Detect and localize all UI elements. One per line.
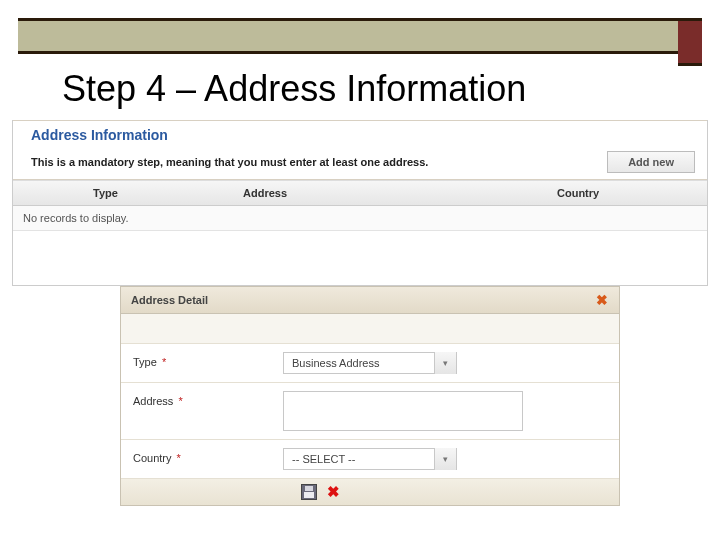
label-address: Address * [133,391,283,407]
chevron-down-icon[interactable]: ▾ [434,352,456,374]
country-select-value: -- SELECT -- [284,453,434,465]
col-country: Country [487,187,707,199]
detail-header: Address Detail ✖ [121,287,619,314]
label-address-text: Address [133,395,173,407]
slide-title: Step 4 – Address Information [62,68,690,110]
country-select[interactable]: -- SELECT -- ▾ [283,448,457,470]
decorative-band [18,18,702,54]
cancel-icon[interactable]: ✖ [325,484,341,500]
detail-blank-row [121,314,619,344]
row-type: Type * Business Address ▾ [121,344,619,383]
address-info-panel: Address Information This is a mandatory … [12,120,708,286]
mandatory-message: This is a mandatory step, meaning that y… [31,156,428,168]
label-type: Type * [133,352,283,368]
col-address: Address [173,187,487,199]
label-country: Country * [133,448,283,464]
required-marker: * [178,395,182,407]
label-country-text: Country [133,452,172,464]
detail-title: Address Detail [131,294,208,306]
required-marker: * [177,452,181,464]
col-type: Type [13,187,173,199]
address-detail-panel: Address Detail ✖ Type * Business Address… [120,286,620,506]
no-records-message: No records to display. [13,206,707,231]
chevron-down-icon[interactable]: ▾ [434,448,456,470]
section-heading: Address Information [13,120,707,147]
mandatory-bar: This is a mandatory step, meaning that y… [13,147,707,180]
label-type-text: Type [133,356,157,368]
save-icon[interactable] [301,484,317,500]
type-select[interactable]: Business Address ▾ [283,352,457,374]
detail-footer: ✖ [121,479,619,505]
type-select-value: Business Address [284,357,434,369]
address-table-header: Type Address Country [13,180,707,206]
row-country: Country * -- SELECT -- ▾ [121,440,619,479]
add-new-button[interactable]: Add new [607,151,695,173]
panel-spacer [13,231,707,285]
row-address: Address * [121,383,619,440]
close-icon[interactable]: ✖ [595,293,609,307]
required-marker: * [162,356,166,368]
address-textarea[interactable] [283,391,523,431]
